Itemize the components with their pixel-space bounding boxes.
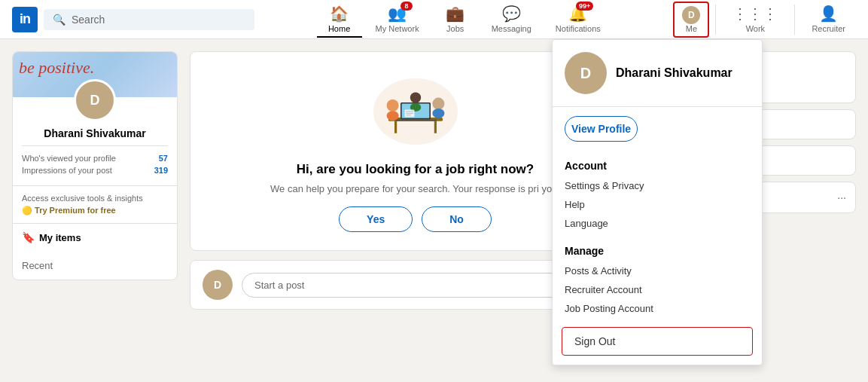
- dropdown-user-name: Dharani Shivakumar: [616, 66, 732, 80]
- job-illustration: [355, 70, 476, 153]
- view-profile-button[interactable]: View Profile: [565, 116, 638, 142]
- dropdown-avatar: D: [565, 52, 607, 94]
- my-items-section[interactable]: 🔖 My items: [13, 223, 177, 251]
- svg-point-7: [386, 99, 398, 112]
- network-badge: 8: [400, 2, 413, 11]
- recruiter-label: Recruiter: [812, 24, 845, 33]
- nav-item-recruiter[interactable]: 👤 Recruiter: [801, 2, 856, 38]
- profile-info: Dharani Shivakumar Who's viewed your pro…: [13, 121, 177, 185]
- stat-views-value: 57: [159, 154, 168, 163]
- nav-divider-2: [794, 5, 795, 35]
- settings-privacy-item[interactable]: Settings & Privacy: [565, 176, 750, 195]
- network-icon: 👥8: [388, 5, 407, 23]
- account-section-title: Account: [565, 160, 750, 172]
- language-item[interactable]: Language: [565, 214, 750, 233]
- nav-messaging-label: Messaging: [492, 24, 531, 33]
- nav-right: D Me ⋮⋮⋮ Work 👤 Recruiter: [673, 2, 856, 38]
- nav-item-messaging[interactable]: 💬 Messaging: [481, 2, 542, 38]
- dropdown-manage-section: Manage Posts & Activity Recruiter Accoun…: [553, 236, 762, 321]
- recruiter-icon: 👤: [819, 5, 838, 23]
- messaging-icon: 💬: [502, 5, 521, 23]
- banner-text: be positive.: [19, 58, 94, 78]
- search-icon: 🔍: [53, 14, 65, 26]
- ad-more-icon[interactable]: ···: [837, 191, 846, 203]
- svg-point-11: [410, 92, 420, 102]
- premium-link[interactable]: 🟡 Try Premium for free: [22, 206, 168, 215]
- left-sidebar: be positive. D Dharani Shivakumar Who's …: [12, 51, 178, 370]
- job-title: Hi, are you looking for a job right now?: [297, 162, 534, 177]
- nav-jobs-label: Jobs: [446, 24, 464, 33]
- premium-section: Access exclusive tools & insights 🟡 Try …: [13, 185, 177, 223]
- svg-point-9: [432, 98, 444, 110]
- profile-avatar: D: [74, 79, 116, 121]
- notifications-icon: 🔔99+: [568, 5, 587, 23]
- me-label: Me: [686, 24, 697, 33]
- nav-item-me[interactable]: D Me: [673, 2, 709, 38]
- recent-label: Recent: [22, 260, 53, 271]
- home-icon: 🏠: [330, 5, 349, 23]
- dropdown-menu: D Dharani Shivakumar View Profile Accoun…: [552, 39, 763, 365]
- nav-left: in 🔍 Search: [12, 7, 254, 32]
- nav-home-label: Home: [328, 24, 350, 33]
- notifications-badge: 99+: [576, 2, 593, 11]
- nav-item-work[interactable]: ⋮⋮⋮ Work: [722, 2, 788, 38]
- yes-button[interactable]: Yes: [339, 206, 413, 232]
- work-icon: ⋮⋮⋮: [732, 5, 778, 23]
- nav-notifications-label: Notifications: [556, 24, 601, 33]
- help-item[interactable]: Help: [565, 195, 750, 214]
- nav-item-notifications[interactable]: 🔔99+ Notifications: [545, 2, 611, 38]
- job-buttons: Yes No: [339, 206, 492, 232]
- navbar: in 🔍 Search 🏠 Home 👥8 My Network 💼 Jobs …: [0, 0, 868, 39]
- nav-center: 🏠 Home 👥8 My Network 💼 Jobs 💬 Messaging …: [254, 2, 673, 38]
- svg-point-8: [386, 111, 398, 121]
- svg-rect-6: [394, 119, 437, 121]
- nav-network-label: My Network: [376, 24, 419, 33]
- stat-row-impressions[interactable]: Impressions of your post 319: [22, 164, 168, 176]
- nav-item-jobs[interactable]: 💼 Jobs: [433, 2, 478, 38]
- premium-text: Access exclusive tools & insights: [22, 194, 168, 203]
- job-description: We can help you prepare for your search.…: [270, 183, 560, 194]
- linkedin-logo[interactable]: in: [12, 7, 38, 32]
- jobs-icon: 💼: [446, 5, 464, 23]
- job-posting-account-item[interactable]: Job Posting Account: [565, 299, 750, 318]
- my-items-label: My items: [39, 232, 81, 243]
- recruiter-account-item[interactable]: Recruiter Account: [565, 280, 750, 299]
- bookmark-icon: 🔖: [22, 231, 35, 243]
- nav-item-home[interactable]: 🏠 Home: [317, 2, 362, 38]
- manage-section-title: Manage: [565, 245, 750, 257]
- svg-rect-3: [434, 121, 436, 133]
- profile-stats: Who's viewed your profile 57 Impressions…: [22, 145, 168, 176]
- no-button[interactable]: No: [422, 206, 492, 232]
- dropdown-header: D Dharani Shivakumar: [553, 40, 762, 107]
- posts-activity-item[interactable]: Posts & Activity: [565, 261, 750, 280]
- search-label: Search: [72, 14, 105, 26]
- stat-row-views[interactable]: Who's viewed your profile 57: [22, 152, 168, 164]
- recent-section: Recent: [13, 251, 177, 280]
- work-label: Work: [746, 24, 765, 33]
- svg-point-10: [432, 108, 444, 118]
- profile-avatar-wrapper: D: [13, 79, 177, 121]
- profile-name: Dharani Shivakumar: [22, 127, 168, 139]
- stat-impressions-label: Impressions of your post: [22, 166, 112, 175]
- stat-views-label: Who's viewed your profile: [22, 154, 116, 163]
- me-avatar: D: [682, 6, 700, 24]
- sign-out-button[interactable]: Sign Out: [562, 327, 753, 356]
- svg-rect-2: [394, 121, 397, 133]
- post-avatar: D: [203, 270, 233, 300]
- search-bar[interactable]: 🔍 Search: [44, 9, 254, 30]
- dropdown-account-section: Account Settings & Privacy Help Language: [553, 151, 762, 236]
- stat-impressions-value: 319: [154, 166, 168, 175]
- profile-card: be positive. D Dharani Shivakumar Who's …: [12, 51, 178, 280]
- nav-divider: [715, 5, 716, 35]
- nav-item-network[interactable]: 👥8 My Network: [365, 2, 430, 38]
